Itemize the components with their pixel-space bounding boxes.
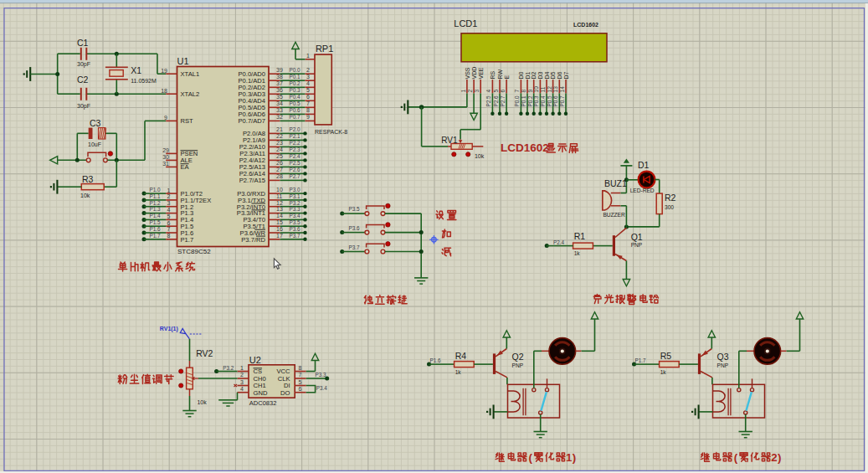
svg-text:5: 5 xyxy=(167,213,171,219)
svg-text:P2.5: P2.5 xyxy=(290,160,301,166)
svg-text:D2: D2 xyxy=(531,71,537,79)
svg-text:P0.2: P0.2 xyxy=(527,95,533,107)
svg-text:Q1: Q1 xyxy=(631,232,643,242)
svg-text:E: E xyxy=(504,75,510,80)
svg-text:): ) xyxy=(778,451,781,464)
svg-text:22: 22 xyxy=(276,133,283,139)
svg-text:P1.7: P1.7 xyxy=(635,357,646,363)
svg-text:RST: RST xyxy=(181,117,194,125)
svg-text:39: 39 xyxy=(276,67,283,73)
svg-text:5: 5 xyxy=(493,90,499,93)
svg-text:LCD1602: LCD1602 xyxy=(501,141,549,154)
svg-text:10uF: 10uF xyxy=(88,141,101,147)
svg-text:P2.7: P2.7 xyxy=(290,173,301,179)
svg-text:P1.6: P1.6 xyxy=(150,226,162,232)
svg-text:36: 36 xyxy=(276,87,283,93)
svg-text:P1.5: P1.5 xyxy=(150,219,162,225)
svg-text:2: 2 xyxy=(306,67,310,73)
svg-text:33: 33 xyxy=(276,107,283,113)
svg-text:15: 15 xyxy=(276,219,283,225)
svg-text:9: 9 xyxy=(306,114,310,120)
svg-text:P0.7/AD7: P0.7/AD7 xyxy=(238,117,265,125)
svg-text:11: 11 xyxy=(276,193,282,199)
svg-text:P0.7: P0.7 xyxy=(559,95,565,107)
svg-text:P1.7: P1.7 xyxy=(181,236,194,244)
svg-text:2: 2 xyxy=(167,193,171,199)
svg-text:P2.0: P2.0 xyxy=(290,126,301,132)
svg-text:6: 6 xyxy=(500,90,506,93)
svg-text:PNP: PNP xyxy=(631,242,643,248)
svg-text:P2.7/A15: P2.7/A15 xyxy=(239,177,265,184)
svg-text:2: 2 xyxy=(240,372,244,378)
svg-text:P0.6: P0.6 xyxy=(552,95,558,107)
svg-text:12: 12 xyxy=(547,86,552,93)
svg-text:P0.5: P0.5 xyxy=(547,95,552,107)
svg-text:P0.4: P0.4 xyxy=(540,95,546,107)
svg-text:38: 38 xyxy=(276,74,283,80)
svg-text:P0.0: P0.0 xyxy=(290,67,301,73)
svg-text:6: 6 xyxy=(167,220,171,226)
svg-text:P0.7: P0.7 xyxy=(290,114,301,120)
svg-text:P3.5: P3.5 xyxy=(349,206,361,212)
svg-text:P3.3: P3.3 xyxy=(290,206,301,212)
svg-text:300: 300 xyxy=(665,204,674,210)
svg-text:EA: EA xyxy=(181,163,190,171)
svg-text:1k: 1k xyxy=(574,250,581,256)
svg-text:LCD1: LCD1 xyxy=(454,18,477,28)
svg-text:R2: R2 xyxy=(665,193,676,203)
svg-text:1: 1 xyxy=(240,365,244,371)
svg-text:P1.3: P1.3 xyxy=(150,206,162,212)
svg-text:R3: R3 xyxy=(82,174,94,184)
svg-text:3: 3 xyxy=(167,200,171,206)
svg-text:37: 37 xyxy=(276,80,283,86)
svg-text:P3.2: P3.2 xyxy=(223,365,234,371)
svg-text:P0.3: P0.3 xyxy=(290,87,301,93)
svg-text:RW: RW xyxy=(497,69,503,80)
svg-text:XTAL1: XTAL1 xyxy=(181,70,200,78)
svg-text:10k: 10k xyxy=(197,399,207,405)
svg-text:21: 21 xyxy=(276,126,283,132)
svg-text:(: ( xyxy=(528,451,532,464)
svg-text:): ) xyxy=(573,451,576,464)
svg-text:RP1: RP1 xyxy=(316,44,333,54)
svg-text:(: ( xyxy=(734,451,738,464)
svg-text:ADC0832: ADC0832 xyxy=(249,399,277,407)
svg-text:STC89C52: STC89C52 xyxy=(177,248,211,255)
svg-text:31: 31 xyxy=(162,161,169,167)
svg-text:32: 32 xyxy=(276,114,283,120)
svg-text:7: 7 xyxy=(167,226,171,232)
svg-text:Q3: Q3 xyxy=(717,352,729,362)
svg-text:16: 16 xyxy=(276,226,283,232)
svg-text:2: 2 xyxy=(771,451,777,464)
svg-text:3: 3 xyxy=(306,74,310,80)
svg-text:VSS: VSS xyxy=(465,67,470,79)
svg-text:P3.4: P3.4 xyxy=(316,385,327,391)
svg-text:C2: C2 xyxy=(77,75,89,85)
svg-text:P2.6: P2.6 xyxy=(493,95,499,107)
svg-text:1k: 1k xyxy=(660,369,667,375)
svg-text:P1.6: P1.6 xyxy=(430,357,441,363)
svg-text:12: 12 xyxy=(276,200,283,206)
svg-text:14: 14 xyxy=(276,213,283,219)
svg-text:RV1: RV1 xyxy=(441,136,458,145)
svg-text:13: 13 xyxy=(552,86,558,93)
svg-text:23: 23 xyxy=(276,140,283,146)
svg-text:P2.1: P2.1 xyxy=(290,133,301,139)
svg-text:P2.3: P2.3 xyxy=(290,147,301,152)
svg-text:P3.5: P3.5 xyxy=(290,219,301,225)
svg-text:PNP: PNP xyxy=(512,362,524,368)
svg-text:P0.0: P0.0 xyxy=(514,95,520,107)
svg-text:1: 1 xyxy=(566,451,572,464)
svg-text:4: 4 xyxy=(485,90,491,93)
svg-text:XTAL2: XTAL2 xyxy=(181,90,200,98)
svg-text:P3.7: P3.7 xyxy=(349,244,361,250)
svg-text:U1: U1 xyxy=(177,56,189,66)
svg-text:28: 28 xyxy=(276,173,283,179)
svg-text:P2.4: P2.4 xyxy=(290,153,301,159)
svg-text:RV2: RV2 xyxy=(196,348,213,358)
svg-text:2: 2 xyxy=(467,90,473,93)
svg-text:R1: R1 xyxy=(574,231,586,241)
svg-text:4: 4 xyxy=(306,80,310,86)
svg-text:P1.4: P1.4 xyxy=(150,213,162,219)
svg-text:1: 1 xyxy=(167,188,171,193)
